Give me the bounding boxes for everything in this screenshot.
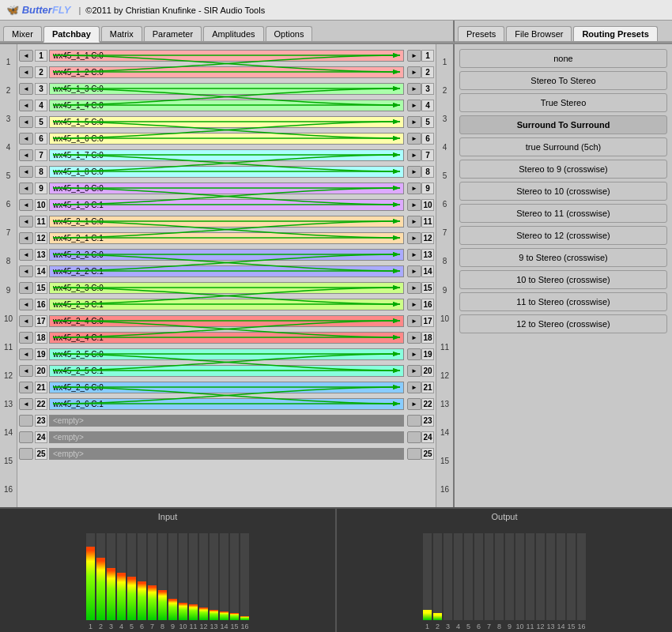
preset-btn-stereo-to-12-(crosswise)[interactable]: Stereo to 12 (crosswise) (459, 226, 667, 245)
output-ctrl-3[interactable]: ► (407, 83, 421, 95)
input-ctrl-5[interactable]: ◄ (19, 116, 33, 128)
input-ctrl-21[interactable]: ◄ (19, 382, 33, 393)
output-ctrl-5[interactable]: ► (407, 116, 421, 128)
channel-label-5: wx45_1_5 C:0 (49, 116, 404, 128)
input-ctrl-25[interactable] (19, 448, 33, 460)
preset-btn-11-to-stereo-(crosswise)[interactable]: 11 to Stereo (crosswise) (459, 292, 667, 311)
left-num-6: 6 (0, 200, 17, 209)
app-copyright: ©2011 by Christian Knufinke - SIR Audio … (85, 6, 265, 15)
input-ctrl-15[interactable]: ◄ (19, 282, 33, 294)
input-ctrl-22[interactable]: ◄ (19, 398, 33, 410)
tab-matrix[interactable]: Matrix (101, 26, 142, 41)
input-ctrl-18[interactable]: ◄ (19, 332, 33, 344)
preset-btn-10-to-stereo-(crosswise)[interactable]: 10 to Stereo (crosswise) (459, 270, 667, 289)
preset-btn-stereo-to-9-(crosswise)[interactable]: Stereo to 9 (crosswise) (459, 160, 667, 179)
output-ctrl-13[interactable]: ► (407, 249, 421, 261)
out-num-22: 22 (421, 398, 434, 410)
channel-label-7: wx45_1_7 C:0 (49, 149, 404, 161)
tab-mixer[interactable]: Mixer (3, 26, 42, 41)
output-ctrl-10[interactable]: ► (407, 199, 421, 211)
input-ctrl-8[interactable]: ◄ (19, 166, 33, 178)
output-ctrl-7[interactable]: ► (407, 149, 421, 161)
preset-btn-true-stereo[interactable]: True Stereo (459, 93, 667, 112)
input-ctrl-14[interactable]: ◄ (19, 265, 33, 277)
input-ctrl-13[interactable]: ◄ (19, 249, 33, 261)
output-ctrl-9[interactable]: ► (407, 182, 421, 194)
preset-btn-surround-to-surround[interactable]: Surround To Surround (459, 115, 667, 134)
input-ctrl-7[interactable]: ◄ (19, 149, 33, 161)
input-ctrl-11[interactable]: ◄ (19, 216, 33, 228)
output-ctrl-21[interactable]: ► (407, 382, 421, 393)
input-ctrl-16[interactable]: ◄ (19, 299, 33, 310)
input-ctrl-12[interactable]: ◄ (19, 232, 33, 244)
input-ctrl-2[interactable]: ◄ (19, 66, 33, 78)
output-ctrl-2[interactable]: ► (407, 66, 421, 78)
input-ctrl-17[interactable]: ◄ (19, 315, 33, 327)
in-num-20: 20 (35, 365, 47, 377)
vu-output-bar-11 (526, 533, 534, 620)
vu-input-num-8: 8 (158, 623, 167, 630)
input-ctrl-19[interactable]: ◄ (19, 348, 33, 360)
input-ctrl-23[interactable] (19, 415, 33, 427)
preset-btn-none[interactable]: none (459, 49, 667, 68)
output-ctrl-15[interactable]: ► (407, 282, 421, 294)
vu-output-bar-6 (474, 533, 483, 620)
output-ctrl-4[interactable]: ► (407, 100, 421, 111)
preset-btn-9-to-stereo-(crosswise)[interactable]: 9 to Stereo (crosswise) (459, 248, 667, 267)
vu-output-label: Output (340, 512, 669, 521)
input-ctrl-9[interactable]: ◄ (19, 182, 33, 194)
right-num-15: 15 (436, 457, 453, 465)
vu-output-bar-7 (485, 533, 493, 620)
output-ctrl-16[interactable]: ► (407, 299, 421, 310)
out-num-8: 8 (421, 166, 434, 178)
preset-btn-true-surround-(5ch)[interactable]: true Surround (5ch) (459, 137, 667, 156)
vu-output-num-7: 7 (485, 623, 493, 630)
output-ctrl-23[interactable] (407, 415, 421, 427)
input-ctrl-1[interactable]: ◄ (19, 50, 33, 62)
output-ctrl-20[interactable]: ► (407, 365, 421, 377)
output-ctrl-24[interactable] (407, 431, 421, 443)
input-ctrl-24[interactable] (19, 431, 33, 443)
vu-input-num-15: 15 (230, 623, 239, 630)
output-ctrl-14[interactable]: ► (407, 265, 421, 277)
tab-amplitudes[interactable]: Amplitudes (203, 26, 263, 41)
vu-input-bar-2 (96, 533, 105, 620)
input-ctrl-4[interactable]: ◄ (19, 100, 33, 111)
output-ctrl-11[interactable]: ► (407, 216, 421, 228)
vu-input-bar-7 (148, 533, 157, 620)
vu-output-num-14: 14 (557, 623, 565, 630)
vu-output-bar-9 (505, 533, 514, 620)
input-ctrl-3[interactable]: ◄ (19, 83, 33, 95)
vu-input-num-6: 6 (138, 623, 146, 630)
output-ctrl-19[interactable]: ► (407, 348, 421, 360)
rtab-file-browser[interactable]: File Browser (506, 26, 572, 41)
tab-options[interactable]: Options (266, 26, 313, 41)
vu-input-num-13: 13 (210, 623, 218, 630)
preset-btn-stereo-to-11-(crosswise)[interactable]: Stereo to 11 (crosswise) (459, 204, 667, 223)
output-ctrl-8[interactable]: ► (407, 166, 421, 178)
output-ctrl-17[interactable]: ► (407, 315, 421, 327)
channel-label-16: wx45_2_3 C:1 (49, 299, 404, 310)
preset-btn-stereo-to-10-(crosswise)[interactable]: Stereo to 10 (crosswise) (459, 182, 667, 201)
pb-row-3: ◄3wx45_1_3 C:0►3 (19, 81, 434, 96)
rtab-presets[interactable]: Presets (458, 26, 504, 41)
output-ctrl-25[interactable] (407, 448, 421, 460)
rtab-routing-presets[interactable]: Routing Presets (573, 26, 657, 41)
input-ctrl-20[interactable]: ◄ (19, 365, 33, 377)
preset-btn-12-to-stereo-(crosswise)[interactable]: 12 to Stereo (crosswise) (459, 314, 667, 333)
vu-input-bar-15 (230, 533, 239, 620)
out-num-2: 2 (421, 66, 434, 78)
output-ctrl-6[interactable]: ► (407, 133, 421, 145)
in-num-8: 8 (35, 166, 47, 178)
vu-input-bar-16 (240, 533, 249, 620)
output-ctrl-22[interactable]: ► (407, 398, 421, 410)
tab-patchbay[interactable]: Patchbay (43, 26, 100, 43)
input-ctrl-6[interactable]: ◄ (19, 133, 33, 145)
input-ctrl-10[interactable]: ◄ (19, 199, 33, 211)
tab-parameter[interactable]: Parameter (144, 26, 202, 41)
output-ctrl-12[interactable]: ► (407, 232, 421, 244)
output-ctrl-1[interactable]: ► (407, 50, 421, 62)
preset-btn-stereo-to-stereo[interactable]: Stereo To Stereo (459, 71, 667, 90)
output-ctrl-18[interactable]: ► (407, 332, 421, 344)
vu-output-num-13: 13 (546, 623, 555, 630)
